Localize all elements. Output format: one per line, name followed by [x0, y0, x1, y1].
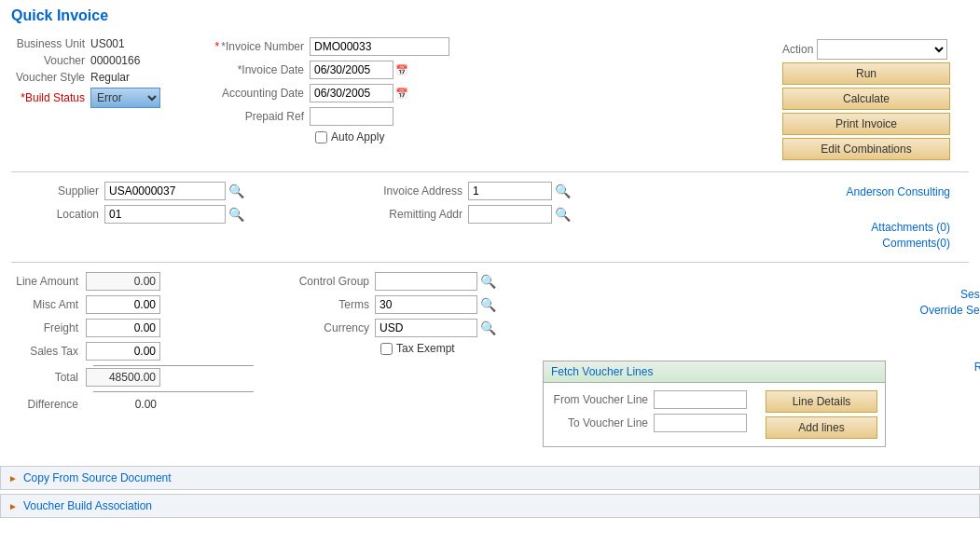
sales-tax-input[interactable]: [86, 342, 160, 361]
accounting-date-input[interactable]: [310, 84, 393, 102]
accounting-date-calendar-icon[interactable]: 📅: [395, 88, 408, 100]
build-status-label: *Build Status: [11, 91, 90, 104]
supplier-section: Supplier 🔍 Location 🔍 Invoice Address 🔍: [11, 178, 969, 256]
control-group-row: Control Group 🔍: [282, 272, 895, 291]
terms-input[interactable]: [375, 295, 477, 314]
voucher-build-arrow: ►: [8, 501, 18, 511]
invoice-date-input[interactable]: [310, 61, 393, 79]
misc-amt-row: Misc Amt: [11, 295, 254, 314]
invoice-address-label: Invoice Address: [356, 184, 468, 198]
override-session-link[interactable]: Override Session Default: [895, 304, 980, 317]
location-input[interactable]: [104, 205, 226, 224]
main-form: Business Unit US001 Voucher 00000166 Vou…: [0, 28, 980, 462]
copy-from-section: ► Copy From Source Document: [0, 466, 980, 490]
session-defaults-link[interactable]: Session Defaults: [895, 288, 980, 301]
copy-from-header[interactable]: ► Copy From Source Document: [1, 467, 979, 489]
misc-amt-label: Misc Amt: [11, 298, 86, 311]
remitting-addr-input[interactable]: [468, 205, 552, 224]
attachments-link[interactable]: Attachments (0): [636, 221, 950, 234]
right-action-links: Payments Session Defaults Override Sessi…: [895, 272, 980, 455]
sales-tax-label: Sales Tax: [11, 345, 86, 358]
build-status-row: *Build Status Error Good: [11, 88, 179, 108]
fetch-buttons: Line Details Add lines: [766, 390, 877, 439]
location-search-icon[interactable]: 🔍: [228, 207, 244, 222]
line-amount-label: Line Amount: [11, 275, 86, 288]
terms-search-icon[interactable]: 🔍: [480, 297, 496, 312]
from-voucher-label: From Voucher Line: [551, 393, 654, 406]
accounting-date-label: Accounting Date: [198, 87, 310, 100]
build-status-select[interactable]: Error Good: [90, 88, 160, 108]
supplier-search-icon[interactable]: 🔍: [228, 184, 244, 198]
difference-row: Difference 0.00: [11, 396, 254, 413]
payments-link[interactable]: Payments: [895, 272, 980, 285]
center-controls: Control Group 🔍 Terms 🔍 Currency 🔍 Tax: [254, 272, 895, 455]
location-label: Location: [11, 208, 104, 221]
invoice-address-search-icon[interactable]: 🔍: [555, 184, 571, 198]
copy-from-label: Copy From Source Document: [23, 471, 172, 484]
supplier-left: Supplier 🔍 Location 🔍: [11, 182, 338, 252]
comments-link[interactable]: Comments(0): [636, 237, 950, 250]
currency-label: Currency: [282, 321, 375, 334]
tax-exempt-checkbox[interactable]: [380, 343, 393, 355]
to-voucher-label: To Voucher Line: [551, 416, 654, 429]
currency-search-icon[interactable]: 🔍: [480, 320, 496, 335]
accounting-date-row: Accounting Date 📅: [198, 84, 764, 102]
misc-amt-input[interactable]: [86, 295, 160, 314]
copy-from-arrow: ►: [8, 473, 18, 484]
supplier-input[interactable]: [104, 182, 226, 200]
attachment-links: Attachments (0) Comments(0): [636, 221, 950, 250]
invoice-number-input[interactable]: [310, 37, 449, 56]
page-title: Quick Invoice: [0, 0, 980, 28]
action-row: Action: [782, 39, 969, 60]
voucher-build-section: ► Voucher Build Association: [0, 494, 980, 518]
currency-input[interactable]: [375, 319, 477, 337]
invoice-address-input[interactable]: [468, 182, 552, 200]
fetch-box-title: Fetch Voucher Lines: [544, 361, 885, 383]
auto-apply-label: Auto Apply: [331, 130, 384, 143]
center-fields: *Invoice Number *Invoice Date 📅 Accounti…: [198, 37, 764, 160]
voucher-style-row: Voucher Style Regular: [11, 71, 179, 84]
difference-divider: [93, 391, 254, 392]
total-value: 48500.00: [86, 368, 160, 387]
calculate-button[interactable]: Calculate: [782, 88, 950, 110]
control-group-search-icon[interactable]: 🔍: [480, 274, 496, 289]
voucher-value: 00000166: [90, 54, 140, 67]
auto-apply-checkbox[interactable]: [315, 131, 327, 143]
remitting-addr-search-icon[interactable]: 🔍: [555, 207, 571, 222]
remitting-addr-row: Remitting Addr 🔍: [356, 205, 617, 224]
control-group-input[interactable]: [375, 272, 477, 291]
fetch-box: Fetch Voucher Lines From Voucher Line To…: [543, 361, 886, 447]
print-invoice-button[interactable]: Print Invoice: [782, 113, 950, 135]
action-select[interactable]: [817, 39, 947, 60]
invoice-number-label: *Invoice Number: [198, 40, 310, 53]
review-errors-link[interactable]: Review Errors: [895, 361, 980, 374]
currency-row: Currency 🔍: [282, 319, 895, 337]
supplier-row: Supplier 🔍: [11, 182, 338, 200]
total-divider: [93, 365, 254, 366]
run-button[interactable]: Run: [782, 62, 950, 85]
invoice-date-label: *Invoice Date: [198, 63, 310, 76]
to-voucher-row: To Voucher Line: [551, 414, 747, 432]
left-meta: Business Unit US001 Voucher 00000166 Vou…: [11, 37, 179, 160]
freight-row: Freight: [11, 319, 254, 337]
prepaid-ref-label: Prepaid Ref: [198, 110, 310, 123]
add-lines-button[interactable]: Add lines: [766, 416, 877, 439]
freight-input[interactable]: [86, 319, 160, 337]
from-voucher-input[interactable]: [654, 390, 747, 409]
voucher-style-value: Regular: [90, 71, 130, 84]
to-voucher-input[interactable]: [654, 414, 747, 432]
voucher-build-header[interactable]: ► Voucher Build Association: [1, 495, 979, 517]
company-name: Anderson Consulting: [636, 182, 950, 202]
edit-combinations-button[interactable]: Edit Combinations: [782, 138, 950, 160]
invoice-date-calendar-icon[interactable]: 📅: [395, 64, 408, 76]
terms-row: Terms 🔍: [282, 295, 895, 314]
voucher-label: Voucher: [11, 54, 90, 67]
line-amount-row: Line Amount 0.00: [11, 272, 254, 291]
page-container: Quick Invoice Business Unit US001 Vouche…: [0, 0, 980, 545]
total-label: Total: [11, 371, 86, 384]
remitting-addr-label: Remitting Addr: [356, 208, 468, 221]
line-details-button[interactable]: Line Details: [766, 390, 877, 413]
prepaid-ref-input[interactable]: [310, 107, 393, 126]
prepaid-ref-row: Prepaid Ref: [198, 107, 764, 126]
line-amount-value: 0.00: [86, 272, 160, 291]
